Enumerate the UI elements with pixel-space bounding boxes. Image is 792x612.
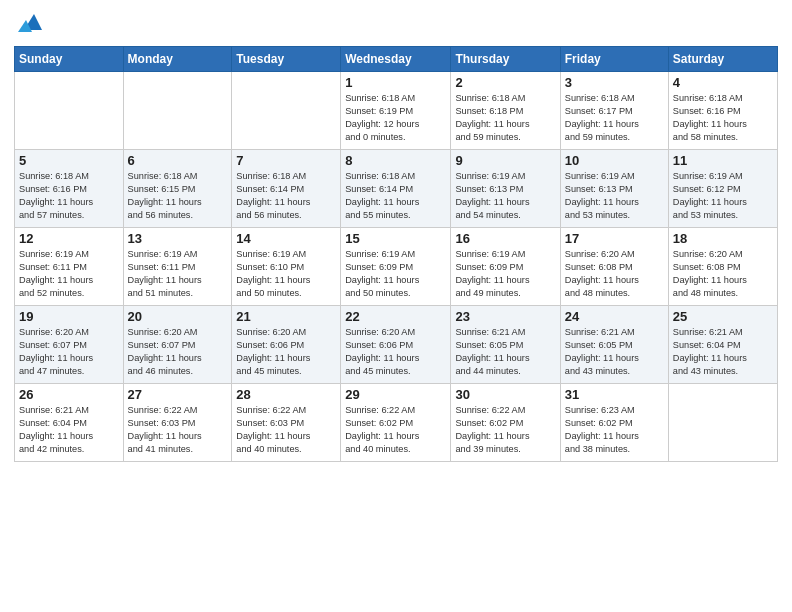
calendar-cell: 12Sunrise: 6:19 AMSunset: 6:11 PMDayligh… — [15, 228, 124, 306]
day-info: Sunrise: 6:18 AMSunset: 6:18 PMDaylight:… — [455, 92, 555, 144]
day-number: 14 — [236, 231, 336, 246]
day-number: 21 — [236, 309, 336, 324]
calendar-cell: 23Sunrise: 6:21 AMSunset: 6:05 PMDayligh… — [451, 306, 560, 384]
day-number: 6 — [128, 153, 228, 168]
day-number: 27 — [128, 387, 228, 402]
day-info: Sunrise: 6:18 AMSunset: 6:16 PMDaylight:… — [19, 170, 119, 222]
calendar-cell: 30Sunrise: 6:22 AMSunset: 6:02 PMDayligh… — [451, 384, 560, 462]
day-number: 31 — [565, 387, 664, 402]
day-number: 29 — [345, 387, 446, 402]
day-info: Sunrise: 6:21 AMSunset: 6:05 PMDaylight:… — [455, 326, 555, 378]
page: SundayMondayTuesdayWednesdayThursdayFrid… — [0, 0, 792, 612]
calendar-cell: 24Sunrise: 6:21 AMSunset: 6:05 PMDayligh… — [560, 306, 668, 384]
day-info: Sunrise: 6:18 AMSunset: 6:15 PMDaylight:… — [128, 170, 228, 222]
calendar-cell: 31Sunrise: 6:23 AMSunset: 6:02 PMDayligh… — [560, 384, 668, 462]
column-header-wednesday: Wednesday — [341, 47, 451, 72]
calendar-week-row: 12Sunrise: 6:19 AMSunset: 6:11 PMDayligh… — [15, 228, 778, 306]
calendar-cell: 25Sunrise: 6:21 AMSunset: 6:04 PMDayligh… — [668, 306, 777, 384]
calendar-cell: 27Sunrise: 6:22 AMSunset: 6:03 PMDayligh… — [123, 384, 232, 462]
day-info: Sunrise: 6:19 AMSunset: 6:13 PMDaylight:… — [565, 170, 664, 222]
calendar-cell: 3Sunrise: 6:18 AMSunset: 6:17 PMDaylight… — [560, 72, 668, 150]
day-info: Sunrise: 6:20 AMSunset: 6:08 PMDaylight:… — [565, 248, 664, 300]
calendar-cell: 4Sunrise: 6:18 AMSunset: 6:16 PMDaylight… — [668, 72, 777, 150]
day-number: 9 — [455, 153, 555, 168]
calendar-cell: 11Sunrise: 6:19 AMSunset: 6:12 PMDayligh… — [668, 150, 777, 228]
calendar-cell: 1Sunrise: 6:18 AMSunset: 6:19 PMDaylight… — [341, 72, 451, 150]
day-info: Sunrise: 6:19 AMSunset: 6:09 PMDaylight:… — [455, 248, 555, 300]
calendar-cell: 6Sunrise: 6:18 AMSunset: 6:15 PMDaylight… — [123, 150, 232, 228]
day-number: 22 — [345, 309, 446, 324]
column-header-monday: Monday — [123, 47, 232, 72]
calendar-cell: 2Sunrise: 6:18 AMSunset: 6:18 PMDaylight… — [451, 72, 560, 150]
day-number: 11 — [673, 153, 773, 168]
calendar-cell: 29Sunrise: 6:22 AMSunset: 6:02 PMDayligh… — [341, 384, 451, 462]
header — [14, 10, 778, 38]
column-header-friday: Friday — [560, 47, 668, 72]
day-number: 17 — [565, 231, 664, 246]
calendar-cell: 14Sunrise: 6:19 AMSunset: 6:10 PMDayligh… — [232, 228, 341, 306]
day-info: Sunrise: 6:19 AMSunset: 6:12 PMDaylight:… — [673, 170, 773, 222]
calendar-cell: 9Sunrise: 6:19 AMSunset: 6:13 PMDaylight… — [451, 150, 560, 228]
column-header-sunday: Sunday — [15, 47, 124, 72]
calendar-cell: 8Sunrise: 6:18 AMSunset: 6:14 PMDaylight… — [341, 150, 451, 228]
day-info: Sunrise: 6:22 AMSunset: 6:02 PMDaylight:… — [455, 404, 555, 456]
day-number: 28 — [236, 387, 336, 402]
day-number: 10 — [565, 153, 664, 168]
day-info: Sunrise: 6:20 AMSunset: 6:06 PMDaylight:… — [236, 326, 336, 378]
calendar-cell: 7Sunrise: 6:18 AMSunset: 6:14 PMDaylight… — [232, 150, 341, 228]
calendar-week-row: 5Sunrise: 6:18 AMSunset: 6:16 PMDaylight… — [15, 150, 778, 228]
day-number: 8 — [345, 153, 446, 168]
day-number: 26 — [19, 387, 119, 402]
day-info: Sunrise: 6:18 AMSunset: 6:16 PMDaylight:… — [673, 92, 773, 144]
day-number: 12 — [19, 231, 119, 246]
logo-icon — [16, 10, 44, 38]
day-info: Sunrise: 6:19 AMSunset: 6:10 PMDaylight:… — [236, 248, 336, 300]
calendar-cell: 16Sunrise: 6:19 AMSunset: 6:09 PMDayligh… — [451, 228, 560, 306]
day-info: Sunrise: 6:20 AMSunset: 6:07 PMDaylight:… — [128, 326, 228, 378]
day-info: Sunrise: 6:18 AMSunset: 6:17 PMDaylight:… — [565, 92, 664, 144]
day-info: Sunrise: 6:20 AMSunset: 6:06 PMDaylight:… — [345, 326, 446, 378]
day-info: Sunrise: 6:22 AMSunset: 6:03 PMDaylight:… — [128, 404, 228, 456]
day-number: 30 — [455, 387, 555, 402]
day-number: 18 — [673, 231, 773, 246]
calendar-cell — [123, 72, 232, 150]
calendar-cell — [668, 384, 777, 462]
calendar-week-row: 26Sunrise: 6:21 AMSunset: 6:04 PMDayligh… — [15, 384, 778, 462]
calendar-week-row: 1Sunrise: 6:18 AMSunset: 6:19 PMDaylight… — [15, 72, 778, 150]
logo — [14, 14, 44, 38]
day-info: Sunrise: 6:19 AMSunset: 6:13 PMDaylight:… — [455, 170, 555, 222]
day-info: Sunrise: 6:21 AMSunset: 6:04 PMDaylight:… — [673, 326, 773, 378]
day-info: Sunrise: 6:21 AMSunset: 6:05 PMDaylight:… — [565, 326, 664, 378]
day-info: Sunrise: 6:22 AMSunset: 6:03 PMDaylight:… — [236, 404, 336, 456]
calendar-cell — [232, 72, 341, 150]
day-info: Sunrise: 6:23 AMSunset: 6:02 PMDaylight:… — [565, 404, 664, 456]
day-number: 20 — [128, 309, 228, 324]
calendar-week-row: 19Sunrise: 6:20 AMSunset: 6:07 PMDayligh… — [15, 306, 778, 384]
day-info: Sunrise: 6:18 AMSunset: 6:14 PMDaylight:… — [345, 170, 446, 222]
calendar-cell: 10Sunrise: 6:19 AMSunset: 6:13 PMDayligh… — [560, 150, 668, 228]
calendar-cell: 20Sunrise: 6:20 AMSunset: 6:07 PMDayligh… — [123, 306, 232, 384]
day-info: Sunrise: 6:22 AMSunset: 6:02 PMDaylight:… — [345, 404, 446, 456]
day-info: Sunrise: 6:19 AMSunset: 6:11 PMDaylight:… — [19, 248, 119, 300]
day-number: 4 — [673, 75, 773, 90]
day-number: 19 — [19, 309, 119, 324]
day-info: Sunrise: 6:18 AMSunset: 6:19 PMDaylight:… — [345, 92, 446, 144]
calendar-cell: 17Sunrise: 6:20 AMSunset: 6:08 PMDayligh… — [560, 228, 668, 306]
column-header-saturday: Saturday — [668, 47, 777, 72]
day-number: 24 — [565, 309, 664, 324]
day-number: 23 — [455, 309, 555, 324]
calendar-cell: 22Sunrise: 6:20 AMSunset: 6:06 PMDayligh… — [341, 306, 451, 384]
calendar-cell: 21Sunrise: 6:20 AMSunset: 6:06 PMDayligh… — [232, 306, 341, 384]
day-info: Sunrise: 6:19 AMSunset: 6:11 PMDaylight:… — [128, 248, 228, 300]
day-number: 1 — [345, 75, 446, 90]
calendar-cell — [15, 72, 124, 150]
calendar-cell: 13Sunrise: 6:19 AMSunset: 6:11 PMDayligh… — [123, 228, 232, 306]
calendar-table: SundayMondayTuesdayWednesdayThursdayFrid… — [14, 46, 778, 462]
calendar-header-row: SundayMondayTuesdayWednesdayThursdayFrid… — [15, 47, 778, 72]
day-number: 13 — [128, 231, 228, 246]
day-number: 2 — [455, 75, 555, 90]
day-number: 15 — [345, 231, 446, 246]
calendar-cell: 28Sunrise: 6:22 AMSunset: 6:03 PMDayligh… — [232, 384, 341, 462]
column-header-thursday: Thursday — [451, 47, 560, 72]
column-header-tuesday: Tuesday — [232, 47, 341, 72]
